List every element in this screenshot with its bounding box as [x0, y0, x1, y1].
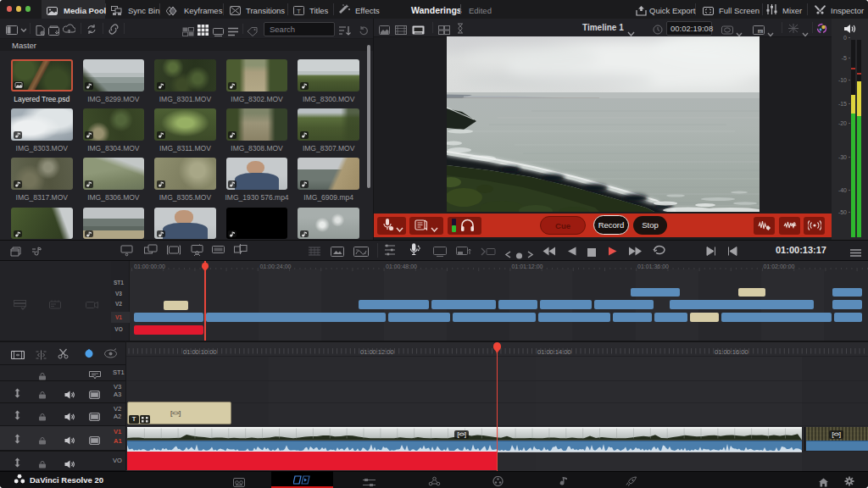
svg-text:T: T [297, 8, 301, 15]
svg-text:4K: 4K [759, 30, 763, 34]
